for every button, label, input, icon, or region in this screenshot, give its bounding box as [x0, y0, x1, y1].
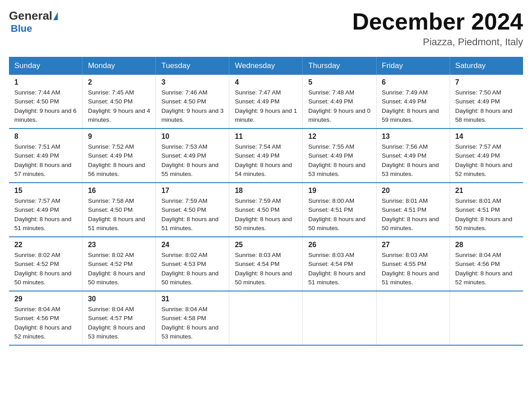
week-row-4: 22Sunrise: 8:02 AMSunset: 4:52 PMDayligh…	[9, 237, 523, 291]
calendar-cell: 12Sunrise: 7:55 AMSunset: 4:49 PMDayligh…	[303, 128, 376, 183]
day-number: 12	[308, 133, 370, 141]
column-header-monday: Monday	[82, 57, 156, 75]
day-info: Sunrise: 7:47 AMSunset: 4:49 PMDaylight:…	[235, 88, 297, 124]
calendar-cell	[303, 291, 376, 345]
calendar-cell	[376, 291, 450, 345]
calendar-cell: 9Sunrise: 7:52 AMSunset: 4:49 PMDaylight…	[82, 128, 156, 183]
logo-triangle-icon	[53, 12, 58, 20]
day-number: 27	[382, 241, 444, 249]
day-info: Sunrise: 8:03 AMSunset: 4:55 PMDaylight:…	[382, 251, 444, 287]
day-info: Sunrise: 7:59 AMSunset: 4:50 PMDaylight:…	[161, 197, 223, 233]
calendar-cell: 16Sunrise: 7:58 AMSunset: 4:50 PMDayligh…	[82, 183, 156, 237]
calendar-cell: 20Sunrise: 8:01 AMSunset: 4:51 PMDayligh…	[376, 183, 450, 237]
calendar-cell: 7Sunrise: 7:50 AMSunset: 4:49 PMDaylight…	[450, 75, 523, 128]
day-number: 28	[455, 241, 518, 249]
calendar-cell: 25Sunrise: 8:03 AMSunset: 4:54 PMDayligh…	[229, 237, 303, 291]
day-info: Sunrise: 7:57 AMSunset: 4:49 PMDaylight:…	[14, 197, 77, 233]
calendar-cell: 26Sunrise: 8:03 AMSunset: 4:54 PMDayligh…	[303, 237, 376, 291]
day-number: 14	[455, 133, 518, 141]
calendar-cell: 23Sunrise: 8:02 AMSunset: 4:52 PMDayligh…	[82, 237, 156, 291]
day-info: Sunrise: 7:46 AMSunset: 4:50 PMDaylight:…	[161, 88, 223, 124]
day-info: Sunrise: 7:44 AMSunset: 4:50 PMDaylight:…	[14, 88, 77, 124]
calendar-cell: 30Sunrise: 8:04 AMSunset: 4:57 PMDayligh…	[82, 291, 156, 345]
logo-blue: Blue	[11, 23, 32, 34]
day-number: 23	[88, 241, 150, 249]
calendar-cell: 13Sunrise: 7:56 AMSunset: 4:49 PMDayligh…	[376, 128, 450, 183]
day-info: Sunrise: 8:03 AMSunset: 4:54 PMDaylight:…	[235, 251, 297, 287]
day-number: 22	[14, 241, 77, 249]
page-header: General Blue December 2024 Piazza, Piedm…	[9, 9, 523, 48]
day-number: 15	[14, 187, 77, 195]
calendar-table: SundayMondayTuesdayWednesdayThursdayFrid…	[9, 57, 523, 346]
calendar-cell: 11Sunrise: 7:54 AMSunset: 4:49 PMDayligh…	[229, 128, 303, 183]
column-header-thursday: Thursday	[303, 57, 376, 75]
day-info: Sunrise: 7:58 AMSunset: 4:50 PMDaylight:…	[88, 197, 150, 233]
day-number: 5	[308, 78, 370, 86]
day-number: 17	[161, 187, 223, 195]
calendar-cell: 5Sunrise: 7:48 AMSunset: 4:49 PMDaylight…	[303, 75, 376, 128]
logo-text: General	[9, 9, 59, 23]
day-number: 20	[382, 187, 444, 195]
calendar-cell: 8Sunrise: 7:51 AMSunset: 4:49 PMDaylight…	[9, 128, 82, 183]
day-info: Sunrise: 7:45 AMSunset: 4:50 PMDaylight:…	[88, 88, 150, 124]
calendar-cell	[450, 291, 523, 345]
location-title: Piazza, Piedmont, Italy	[352, 36, 523, 48]
calendar-cell: 15Sunrise: 7:57 AMSunset: 4:49 PMDayligh…	[9, 183, 82, 237]
calendar-cell: 29Sunrise: 8:04 AMSunset: 4:56 PMDayligh…	[9, 291, 82, 345]
calendar-cell: 19Sunrise: 8:00 AMSunset: 4:51 PMDayligh…	[303, 183, 376, 237]
day-info: Sunrise: 8:04 AMSunset: 4:58 PMDaylight:…	[161, 305, 223, 341]
calendar-cell: 28Sunrise: 8:04 AMSunset: 4:56 PMDayligh…	[450, 237, 523, 291]
calendar-cell: 24Sunrise: 8:02 AMSunset: 4:53 PMDayligh…	[156, 237, 229, 291]
day-number: 3	[161, 78, 223, 86]
day-info: Sunrise: 8:01 AMSunset: 4:51 PMDaylight:…	[382, 197, 444, 233]
day-info: Sunrise: 8:02 AMSunset: 4:52 PMDaylight:…	[88, 251, 150, 287]
day-number: 16	[88, 187, 150, 195]
calendar-cell: 18Sunrise: 7:59 AMSunset: 4:50 PMDayligh…	[229, 183, 303, 237]
calendar-cell: 6Sunrise: 7:49 AMSunset: 4:49 PMDaylight…	[376, 75, 450, 128]
day-info: Sunrise: 7:53 AMSunset: 4:49 PMDaylight:…	[161, 142, 223, 179]
day-number: 10	[161, 133, 223, 141]
week-row-2: 8Sunrise: 7:51 AMSunset: 4:49 PMDaylight…	[9, 128, 523, 183]
day-number: 4	[235, 78, 297, 86]
calendar-cell: 10Sunrise: 7:53 AMSunset: 4:49 PMDayligh…	[156, 128, 229, 183]
day-number: 30	[88, 295, 150, 303]
day-number: 6	[382, 78, 444, 86]
day-info: Sunrise: 7:49 AMSunset: 4:49 PMDaylight:…	[382, 88, 444, 124]
day-number: 7	[455, 78, 518, 86]
day-info: Sunrise: 8:01 AMSunset: 4:51 PMDaylight:…	[455, 197, 518, 233]
day-info: Sunrise: 7:51 AMSunset: 4:49 PMDaylight:…	[14, 142, 77, 179]
day-number: 31	[161, 295, 223, 303]
day-number: 24	[161, 241, 223, 249]
day-info: Sunrise: 8:02 AMSunset: 4:52 PMDaylight:…	[14, 251, 77, 287]
day-number: 25	[235, 241, 297, 249]
day-info: Sunrise: 7:56 AMSunset: 4:49 PMDaylight:…	[382, 142, 444, 179]
column-header-friday: Friday	[376, 57, 450, 75]
calendar-cell: 31Sunrise: 8:04 AMSunset: 4:58 PMDayligh…	[156, 291, 229, 345]
calendar-cell: 17Sunrise: 7:59 AMSunset: 4:50 PMDayligh…	[156, 183, 229, 237]
calendar-cell: 22Sunrise: 8:02 AMSunset: 4:52 PMDayligh…	[9, 237, 82, 291]
day-number: 29	[14, 295, 77, 303]
day-info: Sunrise: 8:00 AMSunset: 4:51 PMDaylight:…	[308, 197, 370, 233]
day-info: Sunrise: 7:52 AMSunset: 4:49 PMDaylight:…	[88, 142, 150, 179]
day-info: Sunrise: 8:04 AMSunset: 4:56 PMDaylight:…	[455, 251, 518, 287]
calendar-cell: 21Sunrise: 8:01 AMSunset: 4:51 PMDayligh…	[450, 183, 523, 237]
day-number: 26	[308, 241, 370, 249]
day-info: Sunrise: 7:54 AMSunset: 4:49 PMDaylight:…	[235, 142, 297, 179]
calendar-cell: 2Sunrise: 7:45 AMSunset: 4:50 PMDaylight…	[82, 75, 156, 128]
logo: General Blue	[9, 9, 59, 34]
day-number: 2	[88, 78, 150, 86]
column-header-saturday: Saturday	[450, 57, 523, 75]
column-header-tuesday: Tuesday	[156, 57, 229, 75]
day-info: Sunrise: 8:02 AMSunset: 4:53 PMDaylight:…	[161, 251, 223, 287]
day-number: 11	[235, 133, 297, 141]
logo-general: General	[9, 9, 52, 23]
calendar-cell: 14Sunrise: 7:57 AMSunset: 4:49 PMDayligh…	[450, 128, 523, 183]
day-info: Sunrise: 8:03 AMSunset: 4:54 PMDaylight:…	[308, 251, 370, 287]
day-number: 13	[382, 133, 444, 141]
week-row-5: 29Sunrise: 8:04 AMSunset: 4:56 PMDayligh…	[9, 291, 523, 345]
month-title: December 2024	[352, 9, 523, 34]
calendar-cell: 4Sunrise: 7:47 AMSunset: 4:49 PMDaylight…	[229, 75, 303, 128]
day-info: Sunrise: 7:55 AMSunset: 4:49 PMDaylight:…	[308, 142, 370, 179]
title-block: December 2024 Piazza, Piedmont, Italy	[352, 9, 523, 48]
day-number: 8	[14, 133, 77, 141]
